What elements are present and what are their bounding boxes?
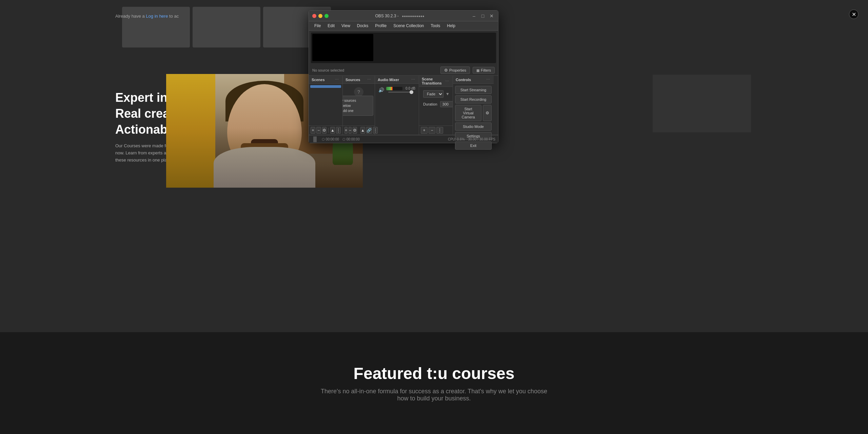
transition-add-btn[interactable]: +	[421, 127, 428, 134]
scene-more-btn[interactable]: ⋮	[336, 127, 341, 134]
audio-meter	[386, 87, 402, 90]
win-maximize[interactable]: □	[480, 13, 486, 19]
scenes-panel: Scenes ⋯ + − ⚙ ▲ ⋮	[309, 76, 343, 135]
duration-input-group: ms ▲ ▼	[440, 101, 453, 107]
question-icon: ?	[354, 87, 363, 97]
menu-docks[interactable]: Docks	[354, 22, 371, 29]
audio-title: Audio Mixer	[378, 78, 399, 82]
scenes-menu-icon[interactable]: ⋯	[334, 77, 340, 82]
audio-slider[interactable]	[388, 92, 413, 93]
sources-menu-icon[interactable]: ⋯	[366, 77, 372, 82]
virtual-camera-row: Start Virtual Camera ⚙	[455, 105, 492, 121]
duration-row: Duration ms ▲ ▼	[420, 100, 451, 109]
sources-toolbar: + − ⚙ ▲ 🔗 ⋮	[343, 126, 375, 135]
scenes-toolbar: + − ⚙ ▲ ⋮	[309, 126, 342, 135]
hero-text: Already have a Log in here to ac	[115, 14, 179, 21]
start-streaming-btn[interactable]: Start Streaming	[455, 86, 492, 94]
exit-btn[interactable]: Exit	[455, 141, 492, 150]
cpu-label: CPU: 0.6%	[448, 137, 465, 141]
win-controls: – □ ✕	[471, 13, 495, 19]
transition-dropdown-icon[interactable]: ▼	[446, 92, 450, 96]
featured-heading: Featured t:u courses	[354, 364, 515, 383]
close-btn[interactable]	[312, 14, 316, 18]
sources-icons: ⋯	[366, 77, 372, 82]
preview-area	[311, 33, 496, 63]
panels-area: Scenes ⋯ + − ⚙ ▲ ⋮ Sources ⋯	[309, 76, 498, 135]
menu-edit[interactable]: Edit	[325, 22, 337, 29]
source-add-btn[interactable]: +	[344, 127, 348, 134]
menu-file[interactable]: File	[312, 22, 323, 29]
volume-icon[interactable]: 🔊	[378, 87, 384, 93]
sources-tooltip: You don't have any sources Click the + b…	[343, 96, 373, 116]
overlay-close-btn[interactable]: ✕	[849, 10, 859, 19]
menu-tools[interactable]: Tools	[428, 22, 443, 29]
menu-view[interactable]: View	[339, 22, 353, 29]
win-minimize[interactable]: –	[471, 13, 477, 19]
audio-icons: ⋯	[410, 77, 416, 82]
controls-title: Controls	[456, 78, 471, 82]
source-link-btn[interactable]: 🔗	[366, 127, 372, 134]
duration-input[interactable]	[440, 101, 453, 107]
maximize-btn[interactable]	[324, 14, 329, 18]
filters-btn[interactable]: ▦ Filters	[473, 67, 495, 74]
scenes-content	[309, 84, 342, 126]
menubar: File Edit View Docks Profile Scene Colle…	[309, 21, 498, 31]
toolbar-sep-1	[328, 128, 329, 133]
transition-select-row: Fade ▼	[420, 88, 451, 100]
properties-btn[interactable]: ⚙ Properties	[440, 67, 470, 74]
status-bars: ▐▌	[312, 136, 318, 142]
transition-remove-btn[interactable]: −	[429, 127, 435, 134]
transitions-menu-icon[interactable]: ⋯	[444, 79, 450, 84]
audio-db-value: 0.0 dB	[403, 87, 415, 90]
start-virtual-camera-btn[interactable]: Start Virtual Camera	[455, 105, 481, 121]
scene-add-btn[interactable]: +	[311, 127, 315, 134]
sources-title: Sources	[346, 78, 360, 82]
transition-type-select[interactable]: Fade	[423, 90, 443, 98]
preview-black	[312, 34, 373, 61]
stream-icon: ⬡	[322, 137, 325, 141]
top-strip	[115, 0, 338, 54]
source-filter-btn[interactable]: ⚙	[353, 127, 357, 134]
sources-content: ? You don't have any sources Click the +…	[343, 84, 375, 126]
person-body	[214, 147, 315, 188]
menu-help[interactable]: Help	[444, 22, 458, 29]
login-link[interactable]: Log in here	[146, 14, 168, 19]
menu-scene-collection[interactable]: Scene Collection	[391, 22, 427, 29]
controls-icons: ⋯	[485, 77, 491, 82]
audio-header: Audio Mixer ⋯	[375, 76, 419, 84]
audio-menu-icon[interactable]: ⋯	[410, 77, 416, 82]
win-close[interactable]: ✕	[489, 13, 495, 19]
source-remove-btn[interactable]: −	[349, 127, 352, 134]
login-text: Already have a Log in here to ac	[115, 14, 179, 19]
scene-item-1[interactable]	[310, 85, 341, 88]
sources-header: Sources ⋯	[343, 76, 375, 84]
strip-img-2	[193, 7, 260, 48]
start-recording-btn[interactable]: Start Recording	[455, 95, 492, 103]
status-recording: ⬡ 00:00:00	[342, 137, 360, 141]
source-bar: No source selected ⚙ Properties ▦ Filter…	[309, 65, 498, 76]
minimize-btn[interactable]	[318, 14, 322, 18]
controls-content: Start Streaming Start Recording Start Vi…	[453, 84, 494, 152]
sources-panel: Sources ⋯ ? You don't have any sources C…	[343, 76, 375, 135]
source-up-btn[interactable]: ▲	[360, 127, 365, 134]
transition-more-btn[interactable]: ⋮	[436, 127, 443, 134]
virtual-camera-gear-btn[interactable]: ⚙	[483, 105, 492, 121]
rec-icon: ⬡	[342, 137, 346, 141]
scene-remove-btn[interactable]: −	[316, 127, 321, 134]
duration-label: Duration	[423, 102, 437, 106]
transitions-title: Scene Transitions	[422, 77, 444, 85]
audio-slider-thumb[interactable]	[410, 90, 413, 94]
stream-time: 00:00:00	[326, 137, 339, 141]
strip-img-1	[122, 7, 190, 48]
scene-filter-btn[interactable]: ⚙	[322, 127, 327, 134]
controls-menu-icon[interactable]: ⋯	[485, 77, 491, 82]
obs-window: OBS 30.2.3 - ●●●●●●●●●●● – □ ✕ File Edit…	[309, 10, 498, 143]
audio-slider-row	[386, 91, 415, 93]
right-panel-bg	[653, 75, 751, 132]
scene-up-btn[interactable]: ▲	[330, 127, 335, 134]
yellow-wall	[166, 74, 215, 188]
source-more-btn[interactable]: ⋮	[373, 127, 378, 134]
studio-mode-btn[interactable]: Studio Mode	[455, 122, 492, 131]
menu-profile[interactable]: Profile	[372, 22, 389, 29]
status-cpu: CPU: 0.6%	[448, 137, 465, 141]
